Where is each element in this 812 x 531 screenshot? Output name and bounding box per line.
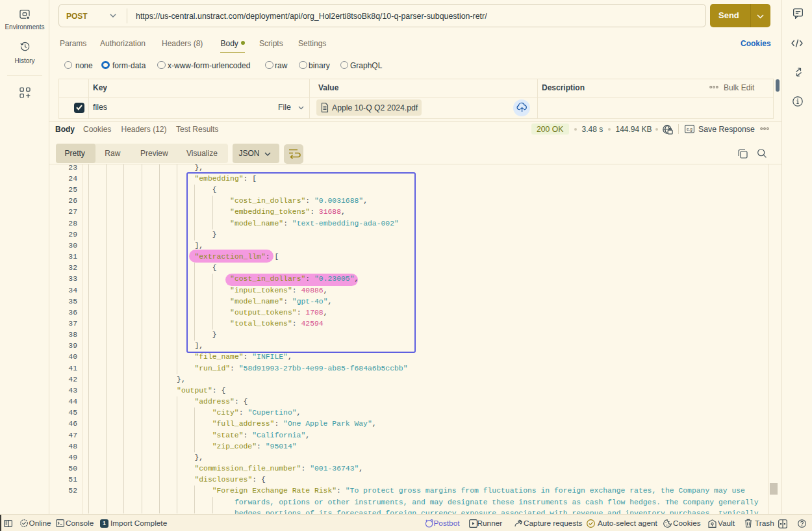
svg-text:e.g: e.g — [687, 127, 692, 132]
